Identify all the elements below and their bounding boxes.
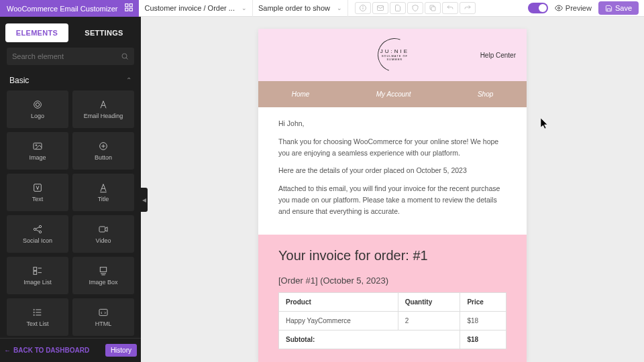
paragraph-1: Thank you for choosing WooCommerce for y…	[278, 136, 506, 159]
template-select[interactable]: Customer invoice / Order ... ⌄	[139, 0, 253, 17]
svg-rect-31	[100, 267, 106, 272]
layout-grid-icon[interactable]	[124, 3, 139, 14]
svg-point-10	[122, 54, 127, 58]
element-title[interactable]: Title	[72, 174, 134, 211]
email-preview: JU:NIE SOULMATE OF SUMMER Help Center Ho…	[258, 29, 527, 362]
help-center-link[interactable]: Help Center	[480, 52, 516, 59]
svg-point-9	[557, 7, 559, 9]
svg-point-37	[34, 309, 34, 310]
element-logo[interactable]: Logo	[7, 90, 68, 128]
right-controls: Preview Save	[528, 1, 644, 15]
svg-rect-8	[431, 7, 435, 11]
chevron-up-icon: ⌃	[126, 76, 131, 84]
preview-button[interactable]: Preview	[555, 4, 592, 12]
element-text-list[interactable]: Text List	[7, 298, 68, 336]
tab-elements[interactable]: ELEMENTS	[5, 23, 68, 42]
svg-line-25	[36, 229, 39, 231]
search-icon	[121, 52, 129, 60]
element-image[interactable]: Image	[7, 132, 68, 170]
svg-point-39	[34, 314, 34, 315]
nav-home[interactable]: Home	[292, 90, 310, 98]
nav-account[interactable]: My Account	[376, 90, 411, 98]
svg-point-38	[34, 312, 34, 312]
history-button[interactable]: History	[105, 344, 137, 357]
template-select-label: Customer invoice / Order ...	[144, 4, 235, 12]
enable-toggle[interactable]	[528, 3, 548, 13]
paragraph-2: Here are the details of your order place…	[278, 165, 506, 176]
element-email-heading[interactable]: Email Heading	[72, 90, 134, 128]
email-header-block[interactable]: JU:NIE SOULMATE OF SUMMER Help Center	[258, 29, 527, 81]
svg-point-13	[34, 101, 42, 108]
chevron-down-icon: ⌄	[337, 5, 342, 11]
order-table: Product Quantity Price Happy YayCommerce…	[278, 292, 506, 349]
svg-rect-1	[130, 4, 133, 7]
save-button[interactable]: Save	[598, 1, 639, 15]
svg-point-22	[39, 225, 41, 227]
subtotal-row: Subtotal: $18	[279, 330, 506, 349]
invoice-subtitle: [Order #1] (October 5, 2023)	[278, 276, 506, 286]
col-product: Product	[279, 292, 398, 311]
svg-rect-3	[130, 8, 133, 11]
svg-point-21	[34, 228, 36, 230]
app-title: WooCommerce Email Customizer	[0, 5, 124, 13]
invoice-section[interactable]: Your invoice for order: #1 [Order #1] (O…	[258, 235, 527, 362]
topbar-controls: Customer invoice / Order ... ⌄ Sample or…	[139, 0, 644, 17]
element-image-box[interactable]: Image Box	[72, 257, 134, 294]
svg-line-24	[36, 227, 39, 229]
chevron-down-icon: ⌄	[241, 5, 247, 11]
element-html[interactable]: HTML	[72, 298, 134, 336]
nav-shop[interactable]: Shop	[478, 90, 493, 98]
element-social-icon[interactable]: Social Icon	[7, 215, 68, 253]
table-header-row: Product Quantity Price	[279, 292, 506, 311]
svg-point-6	[363, 6, 364, 7]
paragraph-3: Attached to this email, you will find yo…	[278, 183, 506, 217]
app-header: WooCommerce Email Customizer Customer in…	[0, 0, 644, 17]
element-text[interactable]: Text	[7, 174, 68, 211]
mail-icon[interactable]	[372, 2, 388, 14]
svg-rect-27	[34, 267, 37, 270]
svg-point-23	[39, 231, 41, 233]
svg-line-11	[126, 58, 128, 60]
svg-rect-28	[34, 271, 37, 274]
info-icon[interactable]	[355, 2, 371, 14]
sidebar: ELEMENTS SETTINGS Basic ⌃ Logo Email Hea…	[0, 17, 141, 362]
svg-rect-26	[99, 227, 105, 232]
tab-settings[interactable]: SETTINGS	[72, 23, 136, 42]
col-quantity: Quantity	[398, 292, 460, 311]
redo-icon[interactable]	[460, 2, 476, 14]
search-input-wrap[interactable]	[7, 48, 134, 65]
undo-icon[interactable]	[442, 2, 458, 14]
svg-rect-0	[125, 4, 128, 7]
toolbar-icons	[355, 2, 476, 14]
collapse-sidebar-button[interactable]: ◂	[141, 188, 148, 212]
email-canvas[interactable]: JU:NIE SOULMATE OF SUMMER Help Center Ho…	[141, 17, 644, 362]
svg-rect-2	[125, 8, 128, 11]
element-video[interactable]: Video	[72, 215, 134, 253]
email-nav[interactable]: Home My Account Shop	[258, 81, 527, 107]
arrow-left-icon: ←	[4, 347, 11, 354]
logo-block[interactable]: JU:NIE SOULMATE OF SUMMER	[309, 38, 480, 72]
sample-select-label: Sample order to show	[258, 4, 330, 12]
document-icon[interactable]	[390, 2, 406, 14]
back-to-dashboard-button[interactable]: ← BACK TO DASHBOARD	[4, 347, 89, 354]
shield-icon[interactable]	[407, 2, 423, 14]
element-image-list[interactable]: Image List	[7, 257, 68, 294]
svg-rect-7	[377, 6, 383, 11]
svg-point-12	[36, 103, 39, 106]
email-body-text[interactable]: Hi John, Thank you for choosing WooComme…	[258, 107, 527, 235]
col-price: Price	[460, 292, 506, 311]
copy-icon[interactable]	[425, 2, 441, 14]
section-basic-header[interactable]: Basic ⌃	[0, 70, 141, 90]
elements-grid: Logo Email Heading Image Button Text Tit…	[0, 90, 141, 338]
invoice-title: Your invoice for order: #1	[278, 248, 506, 263]
svg-rect-40	[99, 309, 107, 315]
search-input[interactable]	[12, 52, 121, 60]
sample-order-select[interactable]: Sample order to show ⌄	[253, 0, 348, 17]
greeting: Hi John,	[278, 118, 506, 129]
table-row: Happy YayCommerce 2 $18	[279, 311, 506, 330]
element-button[interactable]: Button	[72, 132, 134, 170]
svg-point-15	[36, 144, 37, 145]
